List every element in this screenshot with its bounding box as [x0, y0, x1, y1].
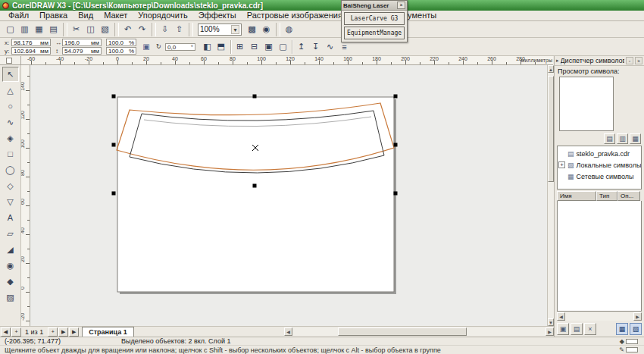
lock-ratio-button[interactable]: ▣	[141, 39, 152, 55]
to-back-button[interactable]: ↧	[308, 40, 323, 54]
freehand-tool[interactable]: ∿	[2, 114, 19, 130]
preview-action-button-3[interactable]: ▦	[630, 133, 641, 144]
chevron-down-icon[interactable]: ▾	[231, 25, 239, 34]
first-page-button[interactable]: ◀	[1, 327, 11, 337]
last-page-button[interactable]: ▶	[69, 327, 79, 337]
tree-item-document[interactable]: +▤steklo_pravka.cdr	[558, 148, 640, 159]
menu-item-3[interactable]: Вид	[73, 11, 98, 20]
horizontal-scroll-thumb[interactable]	[338, 327, 467, 336]
scroll-left-icon[interactable]: ◀	[284, 327, 292, 336]
ruler-origin-corner[interactable]	[0, 56, 21, 65]
preview-action-button-1[interactable]: ▤	[604, 133, 615, 144]
menu-item-2[interactable]: Правка	[34, 11, 73, 20]
combine-button[interactable]: ⊞	[233, 40, 247, 54]
scroll-right-icon[interactable]: ▶	[546, 327, 554, 336]
scroll-up-icon[interactable]: ▲	[548, 65, 554, 73]
column-header[interactable]: Тип	[596, 191, 617, 201]
redo-button[interactable]: ↷	[135, 23, 149, 36]
scroll-left-icon[interactable]: ◀	[557, 312, 565, 321]
scale-x-field[interactable]: 100.0 %	[106, 39, 136, 46]
add-page-before-button[interactable]: +	[11, 327, 21, 337]
lasercarve-button[interactable]: LaserCarve G3	[344, 12, 405, 25]
export-button[interactable]: ⇧	[172, 23, 186, 36]
interactive-fill-tool[interactable]: ▨	[2, 290, 19, 305]
horizontal-scrollbar[interactable]: ◀ ▶	[284, 327, 554, 336]
column-header[interactable]: Имя	[557, 191, 596, 201]
equipment-manage-button[interactable]: EquipmentManage	[344, 27, 405, 39]
symbol-export-button[interactable]: ▦	[616, 323, 628, 335]
mirror-horizontal-button[interactable]: ◧	[200, 40, 214, 54]
rotation-angle-field[interactable]: 0,0 °	[165, 43, 195, 51]
scroll-right-icon[interactable]: ▶	[633, 312, 642, 321]
options-button[interactable]: ◍	[282, 23, 296, 36]
fill-tool[interactable]: ◆	[2, 274, 19, 289]
break-apart-button[interactable]: ⊟	[247, 40, 261, 54]
rectangle-tool[interactable]: □	[2, 146, 19, 161]
convert-to-curves-button[interactable]: ∿	[323, 40, 337, 54]
menu-item-6[interactable]: Эффекты	[193, 11, 242, 20]
cut-button[interactable]: ✂	[69, 23, 83, 36]
pick-tool[interactable]: ↖	[2, 67, 19, 82]
horizontal-ruler[interactable]: миллиметры -60-40-2002040608010012014016…	[21, 56, 553, 65]
undo-button[interactable]: ↶	[120, 23, 135, 36]
selection-handle[interactable]	[112, 143, 116, 147]
tree-item-network-symbols[interactable]: +▦Сетевые символы	[558, 171, 640, 182]
menu-item-5[interactable]: Упорядочить	[133, 11, 192, 20]
shape-tool[interactable]: △	[2, 83, 19, 98]
symbol-delete-button[interactable]: ×	[584, 323, 596, 335]
ellipse-tool[interactable]: ◯	[2, 162, 19, 177]
width-field[interactable]: 196.0 мм	[62, 39, 102, 46]
scroll-down-icon[interactable]: ▼	[548, 318, 554, 326]
menu-item-4[interactable]: Макет	[98, 11, 133, 20]
column-header[interactable]: Оп...	[617, 191, 640, 201]
menu-item-1[interactable]: Файл	[3, 11, 34, 20]
vertical-scrollbar[interactable]: ▲ ▼	[547, 65, 554, 326]
corel-online-button[interactable]: ◉	[259, 23, 274, 36]
selection-handle[interactable]	[112, 95, 116, 99]
group-button[interactable]: ▣	[261, 40, 276, 54]
x-position-field[interactable]: 98.176 мм	[11, 39, 51, 46]
text-tool[interactable]: A	[2, 210, 19, 225]
polygon-tool[interactable]: ◇	[2, 178, 19, 193]
docker-horizontal-scrollbar[interactable]: ◀ ▶	[557, 312, 642, 321]
preview-action-button-2[interactable]: ▥	[617, 133, 628, 144]
next-page-button[interactable]: ▶	[58, 327, 68, 337]
expander-icon[interactable]: +	[558, 161, 565, 168]
baisheng-panel-titlebar[interactable]: BaiSheng Laser ×	[342, 1, 407, 11]
add-page-after-button[interactable]: +	[48, 327, 58, 337]
vertical-scroll-thumb[interactable]	[548, 76, 554, 182]
dock-arrow-icon[interactable]: ▸	[556, 58, 559, 64]
selection-handle[interactable]	[253, 184, 257, 188]
symbol-sync-button[interactable]: ▧	[630, 323, 642, 335]
selection-handle[interactable]	[394, 192, 398, 196]
docker-collapse-icon[interactable]: ▫	[626, 57, 633, 64]
import-button[interactable]: ⇩	[158, 23, 172, 36]
basic-shapes-tool[interactable]: ▽	[2, 194, 19, 209]
outline-tool[interactable]: ◉	[2, 258, 19, 273]
height-field[interactable]: 54.079 мм	[62, 47, 102, 55]
smart-fill-tool[interactable]: ◈	[2, 130, 19, 146]
symbol-action-button-1[interactable]: ▣	[557, 323, 569, 335]
copy-button[interactable]: ◫	[83, 23, 98, 36]
symbol-list[interactable]	[557, 201, 642, 312]
new-button[interactable]: ▢	[3, 23, 17, 36]
menu-item-7[interactable]: Растровые изображения	[242, 11, 348, 20]
page-tab[interactable]: Страница 1	[82, 327, 134, 337]
symbol-action-button-2[interactable]: ▤	[571, 323, 583, 335]
save-button[interactable]: ▦	[32, 23, 46, 36]
open-button[interactable]: ▥	[17, 23, 32, 36]
application-launcher-button[interactable]: ▩	[245, 23, 259, 36]
selection-handle[interactable]	[394, 143, 398, 147]
selection-handle[interactable]	[112, 192, 116, 196]
paste-button[interactable]: ▧	[98, 23, 112, 36]
selection-handle[interactable]	[394, 95, 398, 99]
close-icon[interactable]: ×	[397, 2, 405, 9]
ungroup-button[interactable]: ▢	[276, 40, 290, 54]
y-position-field[interactable]: 102.694 мм	[11, 47, 51, 55]
scale-y-field[interactable]: 100.0 %	[106, 47, 136, 55]
drawing-canvas[interactable]	[30, 65, 547, 326]
eyedropper-tool[interactable]: ◢	[2, 242, 19, 257]
mirror-vertical-button[interactable]: ◧	[215, 39, 229, 54]
selection-handle[interactable]	[253, 95, 257, 99]
docker-close-icon[interactable]: ×	[635, 57, 642, 64]
